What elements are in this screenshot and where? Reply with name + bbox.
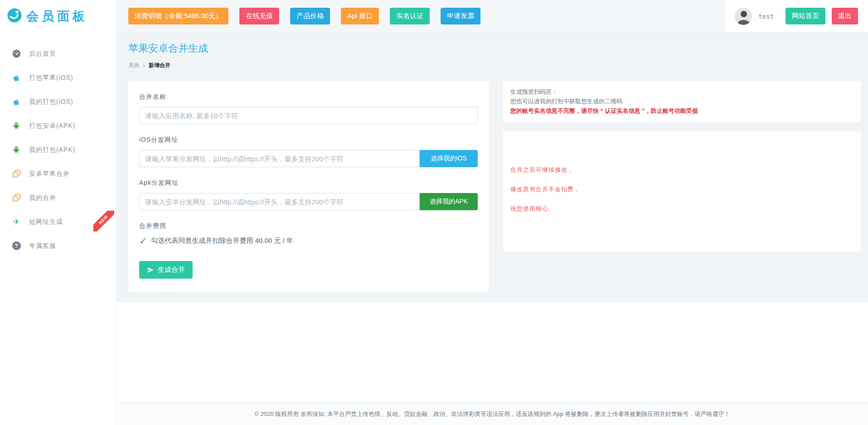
footer-text: © 2020 版权所有 发布须知: 本平台严禁上传色情、反动、贷款金融、政治、非…	[255, 411, 730, 417]
api-button[interactable]: Api 接口	[341, 8, 379, 24]
tip-line: 修改原有合并不会扣费，	[510, 185, 853, 193]
tip-line: 合并之后可继续修改，	[510, 166, 853, 174]
sidebar-item-merge[interactable]: 安卓苹果合并	[0, 162, 116, 186]
paper-plane-icon	[147, 266, 154, 274]
sidebar-item-shorturl[interactable]: ✈ 短网址生成 NEW	[0, 210, 116, 234]
invoice-button[interactable]: 申请发票	[441, 8, 480, 24]
sidebar: 会员面板 后台首页 打包苹果(iOS) 我的打包(iOS)	[0, 0, 116, 425]
breadcrumb: 系统 › 新增合并	[128, 62, 861, 69]
sidebar-item-my-ios[interactable]: 我的打包(iOS)	[0, 90, 116, 114]
sidebar-nav: 后台首页 打包苹果(iOS) 我的打包(iOS) 打包安卓(APK)	[0, 33, 116, 258]
topbar: 消费明细（余额:5486.00元） 在线充值 产品价格 Api 接口 实名认证 …	[116, 0, 868, 33]
ios-url-label: iOS分发网址	[139, 136, 478, 144]
footer: © 2020 版权所有 发布须知: 本平台严禁上传色情、反动、贷款金融、政治、非…	[116, 403, 868, 425]
choose-apk-button[interactable]: 选择我的APK	[420, 193, 478, 210]
logout-button[interactable]: 退出	[832, 8, 858, 24]
plane-icon: ✈	[11, 217, 22, 226]
merge-name-label: 合并名称	[139, 93, 478, 101]
breadcrumb-parent[interactable]: 系统	[128, 62, 139, 69]
merge-icon	[11, 193, 22, 203]
android-icon	[11, 145, 22, 155]
sidebar-item-support[interactable]: ? 专属客服	[0, 234, 116, 258]
dashboard-icon	[11, 49, 22, 58]
logo-icon	[6, 7, 23, 25]
android-icon	[11, 121, 22, 130]
preview-line: 您也可以进我的打包中获取您生成的二维码	[510, 97, 853, 106]
sidebar-item-my-merge[interactable]: 我的合并	[0, 186, 116, 210]
price-button[interactable]: 产品价格	[290, 8, 330, 24]
tips-panel: 合并之后可继续修改， 修改原有合并不会扣费， 祝您使用顺心。	[503, 131, 861, 251]
sidebar-item-package-apk[interactable]: 打包安卓(APK)	[0, 114, 116, 138]
content: 苹果安卓合并生成 系统 › 新增合并 合并名称 iOS分发网址	[116, 33, 868, 302]
apple-icon	[11, 73, 22, 82]
user-area: test 网站首页 退出	[725, 0, 868, 32]
tip-line: 祝您使用顺心。	[510, 205, 853, 213]
brand-title: 会员面板	[26, 8, 88, 24]
question-icon: ?	[11, 241, 22, 250]
fee-label: 合并费用	[139, 222, 478, 230]
new-badge: NEW	[93, 211, 114, 232]
choose-ios-button[interactable]: 选择我的iOS	[420, 150, 478, 167]
site-home-button[interactable]: 网站首页	[786, 8, 825, 24]
preview-panel: 生成预览扫码区： 您也可以进我的打包中获取您生成的二维码 您的账号实名信息不完整…	[503, 81, 861, 122]
verify-button[interactable]: 实名认证	[390, 8, 430, 24]
sidebar-item-my-apk[interactable]: 我的打包(APK)	[0, 138, 116, 162]
sidebar-item-package-ios[interactable]: 打包苹果(iOS)	[0, 66, 116, 90]
page-title: 苹果安卓合并生成	[128, 42, 861, 55]
app: 会员面板 后台首页 打包苹果(iOS) 我的打包(iOS)	[0, 0, 868, 425]
main-column: 消费明细（余额:5486.00元） 在线充值 产品价格 Api 接口 实名认证 …	[116, 0, 868, 425]
fee-agreement-row: ✓ 勾选代表同意生成并扣除合并费用 40.00 元 / 年	[139, 236, 478, 246]
apple-icon	[11, 97, 22, 106]
chevron-right-icon: ›	[143, 62, 145, 69]
username: test	[758, 13, 774, 20]
consume-detail-button[interactable]: 消费明细（余额:5486.00元）	[128, 8, 228, 24]
avatar[interactable]	[735, 8, 752, 25]
notice-column: 生成预览扫码区： 您也可以进我的打包中获取您生成的二维码 您的账号实名信息不完整…	[503, 81, 861, 251]
recharge-button[interactable]: 在线充值	[239, 8, 279, 24]
fee-agreement-text: 勾选代表同意生成并扣除合并费用 40.00 元 / 年	[151, 237, 293, 245]
realname-warning[interactable]: 您的账号实名信息不完整，请尽快 “ 认证实名信息 ”，防止账号功能受损	[510, 106, 853, 116]
apk-url-label: Apk分发网址	[139, 179, 478, 187]
merge-name-input[interactable]	[139, 107, 478, 124]
breadcrumb-current: 新增合并	[149, 62, 170, 69]
sidebar-item-dashboard[interactable]: 后台首页	[0, 42, 116, 66]
apk-url-input[interactable]	[139, 193, 420, 210]
merge-form-card: 合并名称 iOS分发网址 选择我的iOS Apk分发网址	[128, 81, 489, 292]
checkbox-checked-icon[interactable]: ✓	[139, 236, 147, 246]
brand[interactable]: 会员面板	[0, 0, 116, 33]
ios-url-input[interactable]	[139, 150, 420, 167]
preview-title: 生成预览扫码区：	[510, 87, 853, 97]
merge-icon	[11, 169, 22, 179]
generate-merge-button[interactable]: 生成合并	[139, 261, 193, 279]
